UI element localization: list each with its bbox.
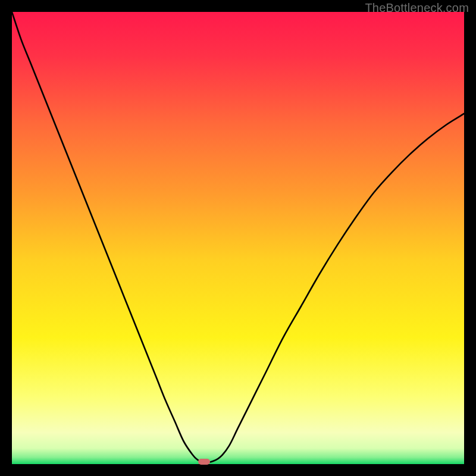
watermark-text: TheBottleneck.com	[365, 1, 469, 15]
optimal-point-marker	[198, 459, 210, 465]
curve-layer	[12, 12, 464, 464]
chart-frame: TheBottleneck.com	[0, 0, 476, 476]
bottleneck-curve	[12, 12, 464, 462]
plot-area	[12, 12, 464, 464]
